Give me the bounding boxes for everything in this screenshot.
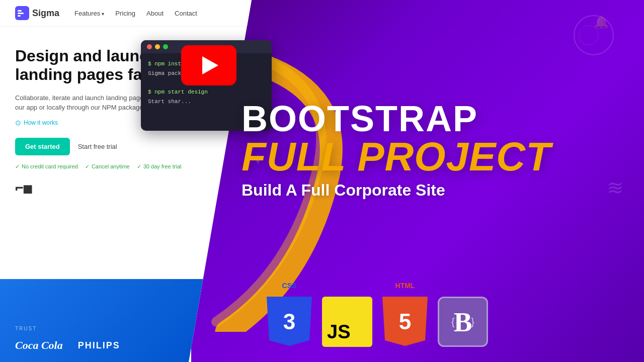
svg-rect-3 [18,15,21,17]
logo[interactable]: Sigma [15,6,59,20]
squiggle-decoration: ⌐■ [15,180,236,197]
badge-no-credit-card: No credit card required [15,163,78,170]
cta-row: Get started Start free trial [15,138,236,155]
html-shield-svg: 5 [382,292,428,347]
svg-text:3: 3 [283,309,295,334]
css-shield-svg: 3 [267,292,312,347]
terminal-minimize-dot [155,44,160,49]
features-dropdown-icon [102,10,104,17]
play-icon [202,56,218,74]
terminal-line-3: $ npm start design [148,87,265,97]
badge-free-trial: 30 day free trial [137,163,182,170]
terminal-maximize-dot [163,44,168,49]
terminal-close-dot [147,44,152,49]
logo-text: Sigma [32,8,59,19]
coca-cola-logo: Coca Cola [15,339,63,352]
trusted-section: TRUST Coca Cola PHILIPS [0,279,211,362]
philips-logo: PHILIPS [78,340,120,351]
badges-row: No credit card required Cancel anytime 3… [15,163,236,170]
html5-icon: HTML 5 [382,282,428,347]
js-icon: JS [322,297,372,347]
svg-rect-2 [18,13,24,14]
tech-icons-row: CSS 3 JS HTML 5 { B } [267,282,488,347]
bootstrap-label: BOOTSTRAP [242,101,551,137]
navbar: Sigma Features Pricing About Contact [0,0,252,27]
trusted-label: TRUST [15,326,196,331]
subtitle-label: Build A Full Corporate Site [242,181,551,200]
start-free-trial-link[interactable]: Start free trial [78,143,117,150]
js-box: JS [322,297,372,347]
nav-contact[interactable]: Contact [175,10,197,17]
get-started-button[interactable]: Get started [15,138,70,155]
full-project-label: FULL PROJECT [242,137,551,177]
css-label: CSS [282,282,297,290]
js-label: JS [327,321,350,343]
html-label: HTML [395,282,415,290]
svg-text:5: 5 [399,309,411,334]
nav-links: Features Pricing About Contact [74,10,197,17]
nav-features[interactable]: Features [74,10,104,17]
nav-pricing[interactable]: Pricing [115,10,135,17]
css3-icon: CSS 3 [267,282,312,347]
bell-icon: 🔔 [594,15,609,29]
deco-squiggle: ≋ [607,176,624,199]
badge-cancel-anytime: Cancel anytime [85,163,130,170]
svg-rect-1 [18,10,22,12]
nav-about[interactable]: About [146,10,164,17]
bootstrap-box: { B } [438,297,488,347]
bootstrap-icon: { B } [438,297,488,347]
youtube-play-button[interactable] [181,45,236,85]
main-overlay-text: BOOTSTRAP FULL PROJECT Build A Full Corp… [242,101,551,200]
brand-logos: Coca Cola PHILIPS [15,339,196,352]
